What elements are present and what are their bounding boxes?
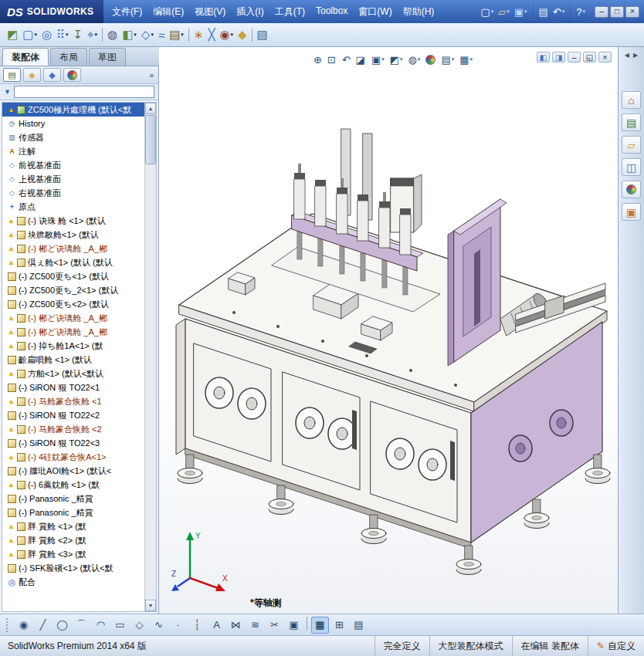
tangent-arc[interactable]: ◠ xyxy=(92,617,110,634)
tree-item[interactable]: 齘扁唄舱 <1> (默认 xyxy=(2,353,144,367)
tree-item[interactable]: ▲(-) 马舱篆合恢舱 <2 xyxy=(2,422,144,436)
instant-3d[interactable]: ◆ xyxy=(236,25,249,45)
circle[interactable]: ◯ xyxy=(53,617,71,634)
tree-item[interactable]: +原点 xyxy=(2,200,144,214)
interference-detection[interactable]: ◉▾ xyxy=(217,25,236,45)
smart-fasteners[interactable]: ↧ xyxy=(71,25,86,45)
view-settings[interactable]: ▦▾ xyxy=(457,52,475,67)
restore-document[interactable]: ◱ xyxy=(583,52,596,63)
tree-item[interactable]: ▲(-) 诀珠 舱 <1> (默认 xyxy=(2,214,144,228)
manager-overflow-icon[interactable] xyxy=(149,71,155,79)
move-component[interactable]: ⌖▾ xyxy=(85,25,100,45)
tree-item[interactable]: ▲ZC500極片處理機 (默认<默 xyxy=(2,103,144,117)
bill-of-materials[interactable]: ▤▾ xyxy=(167,25,186,45)
menu-item[interactable]: 视图(V) xyxy=(189,2,231,22)
displaymanager[interactable] xyxy=(63,68,81,82)
rapid-sketch[interactable]: ▤ xyxy=(350,617,368,634)
undo[interactable]: ↶▾ xyxy=(551,4,566,19)
viewport-split-left[interactable]: ◧ xyxy=(537,52,550,63)
tab-草图[interactable]: 草图 xyxy=(89,48,126,66)
tree-item[interactable]: (-) ZC500更ち<2> (默认 xyxy=(2,297,144,311)
tree-item[interactable]: ▲胖 賞舱 <2> (默 xyxy=(2,533,144,547)
toolbar-grip[interactable] xyxy=(6,618,10,632)
tree-item[interactable]: ▲(-) 掉ち舱1A<1> (默 xyxy=(2,339,144,353)
hide-show-items[interactable]: ◍▾ xyxy=(406,52,423,67)
new-document[interactable]: ▢▾ xyxy=(479,4,495,19)
close-document[interactable]: × xyxy=(598,52,612,63)
zoom-to-fit[interactable]: ⊕ xyxy=(311,52,324,67)
tree-item[interactable]: (-) ZC500更ち_2<1> (默认 xyxy=(2,283,144,297)
tree-scrollbar[interactable] xyxy=(144,103,156,611)
tree-item[interactable]: (-) SiRON 狠 TO22<1 xyxy=(2,380,144,394)
appearances-scenes[interactable] xyxy=(622,181,641,198)
tree-item[interactable]: (-) SiRON 狠 TO22<2 xyxy=(2,408,144,422)
task-pane-collapse[interactable]: ◀▶ xyxy=(619,47,644,59)
polygon[interactable]: ◇ xyxy=(130,617,148,634)
scroll-up-icon[interactable] xyxy=(145,103,156,114)
centerpoint-arc[interactable]: ⌒ xyxy=(73,617,90,634)
smart-dimension[interactable]: ◉ xyxy=(15,617,32,634)
tree-item[interactable]: ▲块膲敭舱<1> (默认 xyxy=(2,228,144,242)
insert-components[interactable]: ▢▾ xyxy=(20,25,39,45)
open-document[interactable]: ▱▾ xyxy=(497,4,511,19)
scroll-thumb[interactable] xyxy=(145,115,156,164)
menu-item[interactable]: 工具(T) xyxy=(269,2,310,22)
sketch-text[interactable]: A xyxy=(208,617,225,634)
menu-item[interactable]: 插入(I) xyxy=(231,2,269,22)
zoom-to-area[interactable]: ⊡ xyxy=(325,52,338,67)
tree-item[interactable]: ▲(-) 4砫鈂篆合恢A<1> xyxy=(2,450,144,464)
menu-item[interactable]: 帮助(H) xyxy=(398,2,440,22)
propertymanager[interactable]: ◈ xyxy=(23,68,41,82)
tree-item[interactable]: ◷History xyxy=(2,117,144,130)
centerline[interactable]: ┆ xyxy=(188,617,206,634)
filter-input[interactable] xyxy=(14,86,154,98)
mate[interactable]: ◎ xyxy=(39,25,54,45)
tree-item[interactable]: ▲方舶<1> (默认<默认 xyxy=(2,367,144,380)
scroll-down-icon[interactable] xyxy=(145,600,156,611)
featuremanager-tree[interactable]: ▤ xyxy=(3,68,21,82)
assembly-features[interactable]: ◧▾ xyxy=(120,25,139,45)
tree-item[interactable]: (-) SiRON 狠 TO22<3 xyxy=(2,436,144,450)
large-assembly-mode[interactable]: ▧ xyxy=(255,25,270,45)
offset-entities[interactable]: ≋ xyxy=(246,617,264,634)
tree-item[interactable]: ▲(-) 6薦鈂舱 <1> (默 xyxy=(2,478,144,492)
minimize-document[interactable]: – xyxy=(568,52,581,63)
save-document[interactable]: ▣▾ xyxy=(513,4,529,19)
new-motion-study[interactable]: ≈ xyxy=(156,25,167,45)
tree-item[interactable]: ◎配合 xyxy=(2,575,144,589)
tree-item[interactable]: (-) 膢玭AOI舱<1> (默认< xyxy=(2,464,144,478)
shaded-sketch-contours[interactable]: ▦ xyxy=(311,617,329,634)
corner-rectangle[interactable]: ▭ xyxy=(111,617,129,634)
maximize-window[interactable]: □ xyxy=(610,6,624,18)
apply-scene[interactable]: ▤▾ xyxy=(439,52,456,67)
minimize-window[interactable]: – xyxy=(595,6,608,18)
linear-component-pattern[interactable]: ⠿▾ xyxy=(54,25,71,45)
solidworks-resources[interactable]: ⌂ xyxy=(622,91,641,109)
print-document[interactable]: ▤ xyxy=(537,4,550,19)
convert-entities[interactable]: ▣ xyxy=(285,617,303,634)
file-explorer[interactable]: ▱ xyxy=(622,136,641,154)
view-orientation[interactable]: ▣▾ xyxy=(369,52,387,67)
tree-item[interactable]: ▲胖 賞舱 <3> (默 xyxy=(2,547,144,561)
tree-item[interactable]: (-) ZC500更ち<1> (默认 xyxy=(2,269,144,283)
view-palette[interactable]: ◫ xyxy=(622,158,641,176)
tree-item[interactable]: ◇右视基准面 xyxy=(2,186,144,200)
menu-item[interactable]: 文件(F) xyxy=(107,2,147,22)
mirror-entities[interactable]: ⋈ xyxy=(227,617,245,634)
point[interactable]: ∙ xyxy=(169,617,187,634)
previous-view[interactable]: ↶ xyxy=(340,52,353,67)
grid-snap[interactable]: ⊞ xyxy=(330,617,348,634)
section-view[interactable]: ◪ xyxy=(354,52,368,67)
viewport-split-right[interactable]: ◨ xyxy=(552,52,565,63)
tree-item[interactable]: ▲倶ぇ舱<1> (默认 (默认 xyxy=(2,255,144,269)
edit-component[interactable]: ◩ xyxy=(5,25,20,45)
tree-item[interactable]: ◇上视基准面 xyxy=(2,172,144,186)
menu-item[interactable]: 编辑(E) xyxy=(147,2,189,22)
tab-布局[interactable]: 布局 xyxy=(50,48,87,66)
tree-item[interactable]: ▲(-) 郴ど诀璃舱 _A_郴 xyxy=(2,242,144,255)
exploded-view[interactable]: ∗ xyxy=(192,25,206,45)
line[interactable]: ╱ xyxy=(34,617,52,634)
tree-item[interactable]: (-) SFK脸礗<1> (默认<默 xyxy=(2,561,144,575)
tree-item[interactable]: ▲胖 賞舱 <1> (默 xyxy=(2,519,144,533)
close-window[interactable]: × xyxy=(625,6,639,18)
